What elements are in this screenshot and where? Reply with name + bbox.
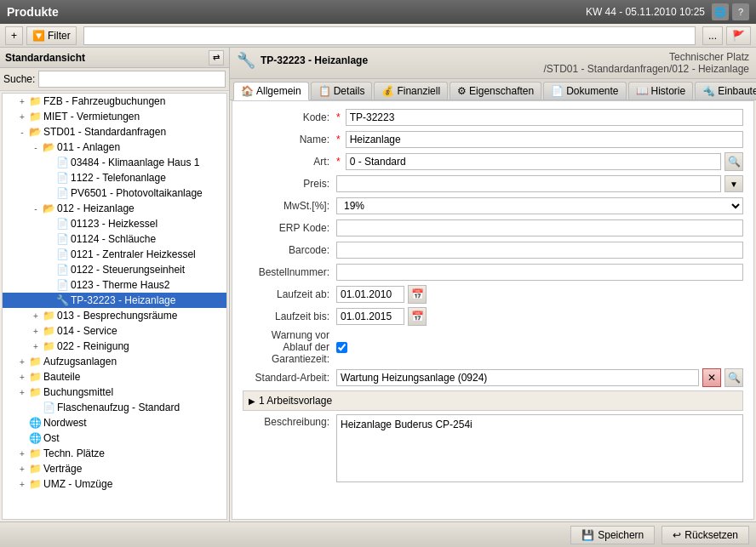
tree-container[interactable]: +📁FZB - Fahrzeugbuchungen+📁MIET - Vermie… xyxy=(2,93,227,520)
warnung-row: Warnung vor Ablauf der Garantiezeit: xyxy=(243,329,743,365)
new-button[interactable]: + xyxy=(5,26,23,45)
right-panel-header: 🔧 TP-32223 - Heizanlage Technischer Plat… xyxy=(230,48,756,79)
tree-toggle-011[interactable]: - xyxy=(30,143,42,152)
tree-item-022[interactable]: +📁022 - Reinigung xyxy=(3,339,226,354)
beschreibung-textarea[interactable]: Heizanlage Buderus CP-254i xyxy=(336,414,743,482)
tree-toggle-014[interactable]: + xyxy=(30,327,42,336)
tab-historie[interactable]: 📖Historie xyxy=(628,82,694,100)
arbeitsvorlage-toggle[interactable]: ▶ xyxy=(249,396,255,406)
tree-item-0123[interactable]: 📄0123 - Therme Haus2 xyxy=(3,277,226,293)
tab-details[interactable]: 📋Details xyxy=(311,82,373,100)
laufzeit-ab-input[interactable] xyxy=(336,286,404,303)
filter-button[interactable]: 🔽 Filter xyxy=(26,26,77,45)
tree-item-011[interactable]: -📂011 - Anlagen xyxy=(3,140,226,155)
tree-toggle-std01[interactable]: - xyxy=(16,128,28,137)
tree-item-bauteile[interactable]: +📁Bauteile xyxy=(3,369,226,385)
tree-item-aufzug[interactable]: +📁Aufzugsanlagen xyxy=(3,354,226,369)
tree-toggle-vertraege[interactable]: + xyxy=(16,464,28,474)
bestellnummer-input[interactable] xyxy=(336,264,743,281)
tree-item-014[interactable]: +📁014 - Service xyxy=(3,323,226,339)
tree-item-pv6501[interactable]: 📄PV6501 - Photovoltaikanlage xyxy=(3,185,226,201)
bestellnummer-row: Bestellnummer: xyxy=(243,263,743,282)
preis-label: Preis: xyxy=(243,178,336,190)
warnung-checkbox[interactable] xyxy=(336,342,347,353)
tab-dokumente[interactable]: 📄Dokumente xyxy=(543,82,626,100)
flag-icon: 🚩 xyxy=(732,30,745,42)
save-button[interactable]: 💾 Speichern xyxy=(570,526,655,544)
view-toggle-button[interactable]: ⇄ xyxy=(209,50,224,66)
tree-label-0122: 0122 - Steuerungseinheit xyxy=(71,264,185,276)
tree-label-03484: 03484 - Klimaanlage Haus 1 xyxy=(71,157,199,168)
search-input-top[interactable] xyxy=(83,26,696,45)
barcode-input[interactable] xyxy=(336,242,743,259)
standard-arbeit-input[interactable] xyxy=(336,369,699,386)
mwst-select[interactable]: 19% 7% 0% xyxy=(336,197,743,214)
tree-toggle-bauteile[interactable]: + xyxy=(16,373,28,382)
tree-toggle-012[interactable]: - xyxy=(30,204,42,214)
flag-button[interactable]: 🚩 xyxy=(726,26,751,45)
reset-button[interactable]: ↩ Rücksetzen xyxy=(662,526,749,544)
tree-item-1122[interactable]: 📄1122 - Telefonanlage xyxy=(3,170,226,185)
laufzeit-bis-input[interactable] xyxy=(336,308,404,325)
tree-item-012[interactable]: -📂012 - Heizanlage xyxy=(3,201,226,216)
tree-item-buchung[interactable]: +📁Buchungsmittel xyxy=(3,385,226,400)
art-input[interactable] xyxy=(346,153,722,170)
erp-input[interactable] xyxy=(336,219,743,236)
mwst-row: MwSt.[%]: 19% 7% 0% xyxy=(243,197,743,215)
tree-item-techn[interactable]: +📁Techn. Plätze xyxy=(3,446,226,461)
tab-einbauteile[interactable]: 🔩Einbauteile xyxy=(695,82,756,100)
globe-icon[interactable]: 🌐 xyxy=(712,3,729,20)
laufzeit-bis-row: Laufzeit bis: 📅 xyxy=(243,307,743,326)
tree-item-0122[interactable]: 📄0122 - Steuerungseinheit xyxy=(3,262,226,277)
tree-icon-bauteile: 📁 xyxy=(28,370,42,384)
tree-item-vertraege[interactable]: +📁Verträge xyxy=(3,461,226,476)
mwst-value-container: 19% 7% 0% xyxy=(336,197,743,214)
tree-toggle-miet[interactable]: + xyxy=(16,112,28,122)
preis-dropdown-button[interactable]: ▼ xyxy=(724,175,743,192)
tree-toggle-fzb[interactable]: + xyxy=(16,97,28,106)
tree-label-buchung: Buchungsmittel xyxy=(43,386,113,398)
tree-item-nordwest[interactable]: 🌐Nordwest xyxy=(3,415,226,430)
tree-item-01124[interactable]: 📄01124 - Schläuche xyxy=(3,231,226,247)
tree-item-flaschen[interactable]: 📄Flaschenaufzug - Standard xyxy=(3,400,226,415)
tab-finanziell[interactable]: 💰Finanziell xyxy=(374,82,448,100)
more-button[interactable]: ... xyxy=(702,26,723,45)
standard-arbeit-lookup-button[interactable]: 🔍 xyxy=(724,368,743,387)
tree-item-013[interactable]: +📁013 - Besprechungsräume xyxy=(3,308,226,323)
tree-label-bauteile: Bauteile xyxy=(43,371,80,383)
tree-item-miet[interactable]: +📁MIET - Vermietungen xyxy=(3,109,226,124)
tree-item-ost[interactable]: 🌐Ost xyxy=(3,430,226,446)
filter-icon: 🔽 xyxy=(32,30,45,42)
tree-toggle-013[interactable]: + xyxy=(30,311,42,321)
laufzeit-bis-calendar-button[interactable]: 📅 xyxy=(408,307,427,326)
tree-item-01123[interactable]: 📄01123 - Heizkessel xyxy=(3,216,226,231)
tree-icon-01124: 📄 xyxy=(55,232,69,246)
tree-item-03484[interactable]: 📄03484 - Klimaanlage Haus 1 xyxy=(3,155,226,170)
tree-toggle-buchung[interactable]: + xyxy=(16,388,28,397)
art-lookup-button[interactable]: 🔍 xyxy=(724,152,743,171)
tree-item-std01[interactable]: -📂STD01 - Standardanfragen xyxy=(3,124,226,140)
name-input[interactable] xyxy=(346,131,743,148)
tree-item-tp32223[interactable]: 🔧TP-32223 - Heizanlage xyxy=(3,293,226,308)
tree-toggle-umz[interactable]: + xyxy=(16,480,28,489)
tree-label-014: 014 - Service xyxy=(57,325,117,337)
kode-input[interactable] xyxy=(346,109,743,126)
tree-item-umz[interactable]: +📁UMZ - Umzüge xyxy=(3,476,226,492)
tree-item-0121[interactable]: 📄0121 - Zentraler Heizkessel xyxy=(3,247,226,262)
standard-arbeit-clear-button[interactable]: ✕ xyxy=(702,368,721,387)
barcode-row: Barcode: xyxy=(243,241,743,259)
tree-toggle-aufzug[interactable]: + xyxy=(16,357,28,367)
help-icon[interactable]: ? xyxy=(732,3,749,20)
tab-allgemein[interactable]: 🏠Allgemein xyxy=(233,82,309,100)
laufzeit-ab-calendar-button[interactable]: 📅 xyxy=(408,285,427,304)
tab-eigenschaften[interactable]: ⚙Eigenschaften xyxy=(450,82,541,100)
mwst-label: MwSt.[%]: xyxy=(243,200,336,212)
beschreibung-area: Beschreibung: Heizanlage Buderus CP-254i xyxy=(243,414,743,482)
bestellnummer-value-container xyxy=(336,264,743,281)
tree-item-fzb[interactable]: +📁FZB - Fahrzeugbuchungen xyxy=(3,94,226,109)
tree-search-input[interactable] xyxy=(38,71,226,88)
preis-input[interactable] xyxy=(336,175,721,192)
tree-toggle-022[interactable]: + xyxy=(30,342,42,351)
tree-toggle-techn[interactable]: + xyxy=(16,449,28,459)
save-label: Speichern xyxy=(598,529,644,541)
